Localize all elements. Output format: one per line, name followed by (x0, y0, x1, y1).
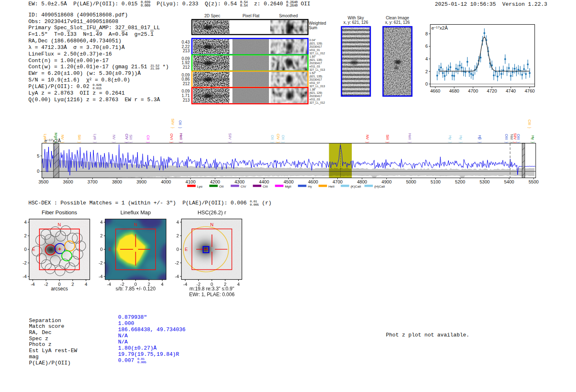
svg-text:-4: -4 (99, 274, 103, 279)
svg-text:-4: -4 (23, 274, 27, 279)
svg-text:-2: -2 (23, 260, 27, 265)
svg-text:E: E (32, 247, 35, 252)
svg-text:N: N (210, 222, 214, 227)
svg-text:N: N (134, 222, 137, 227)
svg-text:m:19.8 re:3.3" s:0.9": m:19.8 re:3.3" s:0.9" (190, 286, 235, 292)
svg-text:2: 2 (72, 282, 74, 287)
svg-text:4: 4 (85, 282, 87, 287)
svg-text:0: 0 (100, 247, 102, 252)
svg-text:E: E (109, 247, 111, 252)
svg-text:0: 0 (24, 247, 27, 252)
svg-text:4: 4 (24, 220, 27, 225)
svg-text:2: 2 (100, 233, 102, 238)
svg-text:-4: -4 (107, 282, 111, 287)
svg-text:4: 4 (237, 282, 240, 287)
svg-text:4: 4 (100, 220, 102, 225)
svg-text:2: 2 (177, 233, 179, 238)
svg-text:arcsecs: arcsecs (51, 286, 68, 292)
svg-text:s/b: 7.85 +/- 0.120: s/b: 7.85 +/- 0.120 (116, 286, 156, 292)
svg-text:-4: -4 (175, 274, 179, 279)
svg-text:E: E (185, 247, 188, 252)
svg-text:-2: -2 (175, 260, 179, 265)
svg-text:N: N (58, 222, 61, 227)
svg-text:0: 0 (177, 247, 179, 252)
svg-text:4: 4 (177, 220, 179, 225)
svg-text:HSC(26.2) r: HSC(26.2) r (197, 209, 226, 216)
svg-text:Fiber Positions: Fiber Positions (42, 209, 77, 216)
svg-text:-2: -2 (99, 260, 103, 265)
svg-text:-2: -2 (44, 282, 48, 287)
svg-text:2: 2 (24, 233, 27, 238)
svg-text:4: 4 (161, 282, 163, 287)
svg-text:-4: -4 (31, 282, 35, 287)
svg-text:EWr: 1, PLAE: 0.006: EWr: 1, PLAE: 0.006 (189, 292, 235, 297)
svg-text:Lineflux Map: Lineflux Map (121, 209, 151, 216)
svg-text:-4: -4 (183, 282, 187, 287)
